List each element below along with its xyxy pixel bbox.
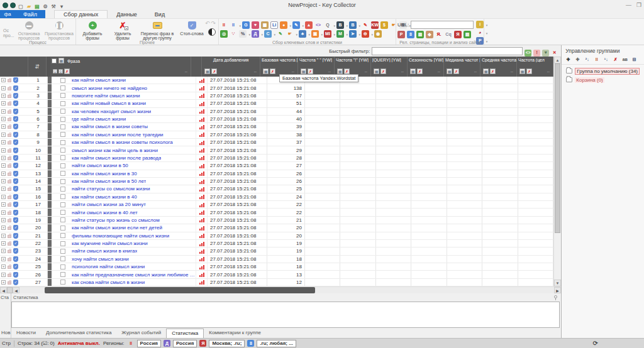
clear-column-icon[interactable]: ✗	[380, 68, 386, 74]
apply-filter-button[interactable]: ▼	[542, 50, 549, 57]
ok-icon[interactable]: ◎	[220, 30, 228, 38]
stop-processes-button[interactable]: ▬ Остановка процессов	[14, 19, 44, 40]
table-row[interactable]: +✓11как найти смысл жизни после развода2…	[0, 155, 553, 162]
favorites-icon[interactable]: ♥	[252, 21, 259, 29]
expand-icon[interactable]: +	[1, 249, 6, 253]
price-icon[interactable]: $	[380, 21, 388, 29]
column-header[interactable]: Медиана частот [Y▦✗⇔	[444, 57, 480, 77]
wordstat-chart-icon[interactable]	[199, 233, 204, 238]
row-checkbox[interactable]	[60, 132, 65, 137]
table-row[interactable]: +✓15найти статусы со смыслом жизни27.07.…	[0, 185, 553, 193]
row-checkbox[interactable]	[60, 256, 65, 261]
region-button[interactable]: Москва; .ru;	[209, 340, 245, 347]
wordstat-chart-icon[interactable]	[199, 171, 204, 176]
expand-icon[interactable]: +	[1, 187, 6, 191]
wordstat-chart-icon[interactable]	[199, 256, 204, 261]
wordstat-chart-icon[interactable]	[199, 217, 204, 222]
cut-button[interactable]: Ос про...	[1, 19, 14, 38]
wordstat-chart-icon[interactable]	[199, 109, 204, 114]
row-checkbox[interactable]	[60, 194, 65, 199]
quick-filter-input[interactable]	[372, 47, 523, 55]
clear-column-icon[interactable]: ✗	[211, 68, 217, 74]
table-row[interactable]: +✓8как найти смысл жизни после трагедии2…	[0, 131, 553, 139]
market-icon[interactable]: ▣	[311, 30, 319, 38]
yandex-region-icon[interactable]: Я	[199, 340, 206, 347]
row-checkbox[interactable]	[60, 179, 65, 184]
table-row[interactable]: +✓27как снова найти смысл в жизни27.07.2…	[0, 279, 553, 286]
row-checkbox[interactable]	[60, 233, 65, 238]
stop-words-button[interactable]: ✓ Стоп-слова	[177, 19, 207, 36]
expand-icon[interactable]: +	[1, 273, 6, 277]
table-row[interactable]: +✓2смысл жизни ничего не найдено27.07.20…	[0, 84, 553, 92]
expand-icon[interactable]: +	[1, 264, 6, 269]
column-header-date[interactable]: Дата добавления ▦ ✗ ⇔	[202, 57, 260, 77]
row-checkbox[interactable]	[60, 140, 65, 145]
direct-icon[interactable]: Д	[252, 30, 259, 38]
unmark-icon[interactable]: 0	[58, 69, 63, 73]
row-checkbox[interactable]	[60, 85, 65, 90]
paws-icon[interactable]: ∵	[230, 30, 237, 38]
expand-icon[interactable]: +	[1, 210, 6, 215]
clear-column-icon[interactable]: ✗	[308, 68, 313, 74]
expand-icon[interactable]: +	[1, 156, 6, 160]
phrase-text[interactable]: как человек находит смысл жизни	[72, 109, 151, 114]
column-header[interactable]: Средняя частота [Y▦✗⇔	[480, 57, 517, 77]
wordstat-chart-icon[interactable]	[199, 163, 204, 168]
tab-Сбор данных[interactable]: Сбор данных	[54, 10, 108, 18]
clear-filter-button[interactable]: ✕	[551, 50, 558, 57]
add-subgroup-icon[interactable]: ✚	[574, 56, 582, 63]
telegram-icon[interactable]: ➤	[349, 30, 357, 38]
clear-column-icon[interactable]: ✗	[344, 68, 350, 74]
phrase-text[interactable]: найти статусы про жизнь со смыслом	[72, 217, 160, 223]
row-checkbox[interactable]	[60, 101, 65, 106]
wordstat-chart-icon[interactable]	[199, 241, 204, 246]
wordstat-chart-icon[interactable]	[199, 93, 204, 98]
expand-icon[interactable]: +	[1, 78, 6, 82]
bing-icon[interactable]: B	[336, 21, 344, 29]
scroll-down-icon[interactable]: ▼	[554, 280, 561, 286]
google-8-icon[interactable]: 8	[407, 31, 414, 38]
wordstat-chart-icon[interactable]	[199, 249, 204, 254]
phrase-text[interactable]: как найти смысл в жизни советы психолога	[72, 139, 173, 145]
table-row[interactable]: +✓7как найти смысл в жизни советы27.07.2…	[0, 123, 553, 131]
delete-phrases-button[interactable]: ✗▪ Удалить фразы	[108, 19, 138, 40]
wordstat-chart-icon[interactable]	[199, 155, 204, 160]
scroll-thumb[interactable]	[555, 63, 560, 233]
expand-icon[interactable]: +	[1, 109, 6, 114]
tree-view-icon[interactable]: ⊟	[630, 56, 638, 63]
scroll-left-icon[interactable]: ◀	[13, 287, 19, 293]
sum-icon[interactable]: ▦	[447, 68, 452, 74]
row-checkbox[interactable]	[60, 272, 65, 277]
person-red-icon[interactable]: P	[397, 31, 405, 38]
wordstat-icon[interactable]: ll	[220, 21, 228, 29]
row-checkbox[interactable]	[60, 249, 65, 254]
refresh-icon[interactable]: ⟳	[593, 340, 598, 347]
edit-red-icon[interactable]: ✎	[362, 21, 369, 29]
google-region-icon[interactable]: 8	[247, 340, 254, 347]
table-row[interactable]: +✓16как найти смысл жизни в 4027.07.2018…	[0, 193, 553, 201]
metrika-icon[interactable]: ●	[280, 21, 287, 29]
wordstat-chart-icon[interactable]	[199, 280, 204, 285]
wordstat-chart-icon[interactable]	[199, 124, 204, 129]
phrase-text[interactable]: хочу найти смысл жизни	[72, 256, 129, 262]
tag-icon[interactable]: ◆	[426, 31, 433, 38]
expand-icon[interactable]: +	[1, 163, 6, 168]
table-row[interactable]: +✓26как найти предназначение смысл жизни…	[0, 271, 553, 278]
table-row[interactable]: +✓10смысл жизни как найти цель в жизни27…	[0, 146, 553, 154]
phrase-text[interactable]: как найти смысл в жизни советы	[72, 124, 148, 129]
pin-icon[interactable]	[554, 295, 557, 298]
doc-green-icon[interactable]: ▤	[416, 31, 424, 38]
phrase-text[interactable]: фильмы помогающие найти смысл жизни	[72, 233, 169, 239]
region-button[interactable]: Россия	[137, 340, 161, 347]
table-row[interactable]: +✓4как найти новый смысл в жизни27.07.20…	[0, 100, 553, 107]
row-checkbox[interactable]	[60, 148, 65, 153]
bottom-tab-Журнал событий[interactable]: Журнал событий	[116, 329, 166, 338]
sum-icon[interactable]: ▦	[519, 68, 525, 74]
phrase-text[interactable]: найти смысл жизни в книгах	[72, 248, 137, 254]
sum-icon[interactable]: ▦	[483, 68, 489, 74]
phrase-text[interactable]: как найти смысл жизни в 50 лет	[72, 178, 146, 184]
liveinternet-icon[interactable]: Li	[270, 21, 278, 29]
column-header[interactable]: [QUERY] [YW]▦✗⇔	[371, 57, 408, 77]
tab-news-strip[interactable]: Нов	[0, 329, 11, 338]
mail-icon[interactable]: MI	[324, 30, 331, 38]
